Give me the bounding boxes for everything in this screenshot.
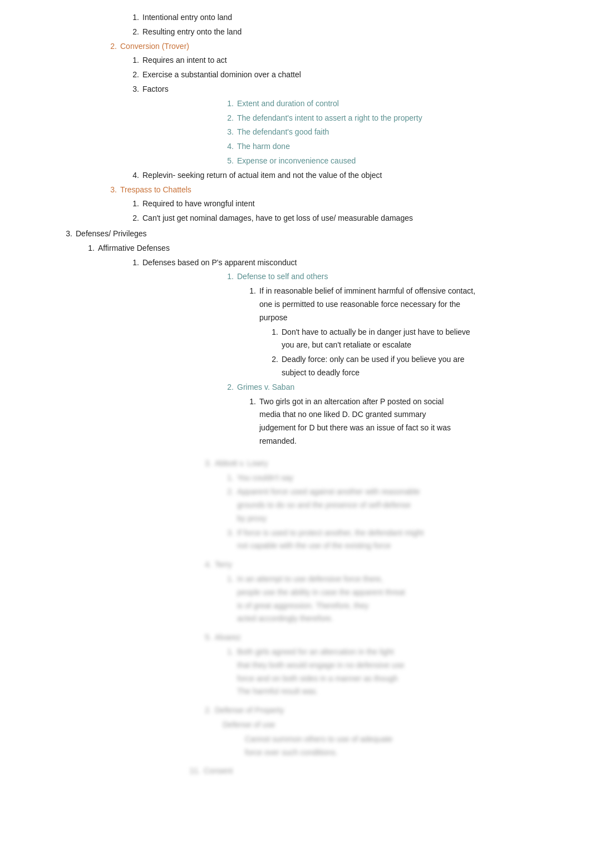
blurred-item-last: 11. Consent (17, 765, 574, 778)
list-item: 1. Extent and duration of control (17, 97, 574, 111)
defense-self-others: 1. Defense to self and others (17, 270, 574, 284)
list-item: 1. Two girls got in an altercation after… (17, 395, 574, 448)
list-item: 4. The harm done (17, 140, 574, 153)
list-item: 1. Requires an intent to act (17, 54, 574, 67)
outline-container: 1. Intentional entry onto land 2. Result… (17, 11, 574, 778)
list-item: 4. Replevin- seeking return of actual it… (17, 169, 574, 182)
list-item: 1. Defenses based on P's apparent miscon… (17, 256, 574, 270)
affirmative-defenses: 1. Affirmative Defenses (17, 242, 574, 255)
blurred-item: 3. If force is used to protect another, … (200, 527, 574, 553)
blurred-item: Cannot summon others to use of adequatef… (200, 733, 574, 760)
list-item: 5. Expense or inconvenience caused (17, 155, 574, 168)
list-item: 2. Exercise a substantial dominion over … (17, 68, 574, 82)
list-item: 1. Don't have to actually be in danger j… (17, 326, 574, 353)
list-item: 3. The defendant's good faith (17, 126, 574, 139)
list-item: 3. Factors (17, 83, 574, 96)
blurred-item: 5. Alvarez (200, 631, 574, 644)
list-item: 2. Deadly force: only can be used if you… (17, 353, 574, 380)
list-item: 2. The defendant's intent to assert a ri… (17, 112, 574, 125)
blurred-item: 1. In an attempt to use defensive force … (200, 573, 574, 626)
conversion-heading: 2. Conversion (Trover) (17, 40, 574, 53)
defenses-heading: 3. Defenses/ Privileges (17, 227, 574, 241)
blurred-item: 2. Apparent force used against another w… (200, 485, 574, 525)
blurred-item: 4. Terry (200, 558, 574, 572)
list-item: 1. Required to have wrongful intent (17, 197, 574, 211)
list-item: 1. Intentional entry onto land (17, 11, 574, 24)
blurred-item: 3. Abbott v. Lowry (200, 457, 574, 470)
blurred-item: 2. Defense of Property (200, 704, 574, 717)
list-item: 2. Resulting entry onto the land (17, 26, 574, 39)
blurred-item: Defense of use (200, 718, 574, 732)
trespass-heading: 3. Trespass to Chattels (17, 183, 574, 197)
blurred-item: 1. Both girls agreed for an altercation … (200, 646, 574, 698)
list-item: 2. Can't just get nominal damages, have … (17, 212, 574, 225)
blurred-section-1: 3. Abbott v. Lowry 1. You couldn't say 2… (17, 457, 574, 760)
grimes-v-saban: 2. Grimes v. Saban (17, 381, 574, 394)
list-item: 1. If in reasonable belief of imminent h… (17, 285, 574, 324)
blurred-item: 1. You couldn't say (200, 472, 574, 485)
